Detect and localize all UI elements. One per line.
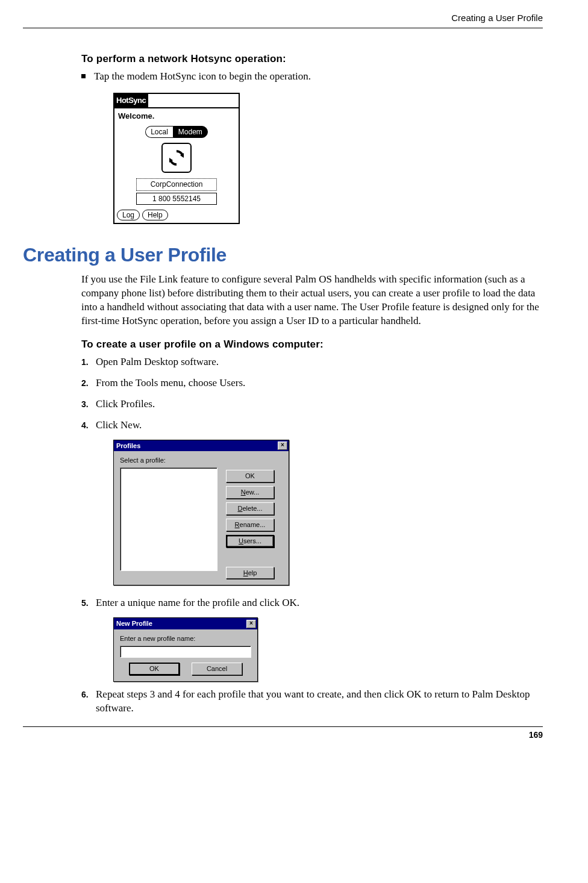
step-text: Click New. xyxy=(96,419,543,432)
profile-name-input[interactable] xyxy=(120,646,251,658)
dialog-title: Profiles xyxy=(116,442,140,451)
hotsync-screenshot: HotSync Welcome. Local Modem CorpConnect… xyxy=(113,93,240,224)
step-text: Repeat steps 3 and 4 for each profile th… xyxy=(96,688,543,716)
step-num: 2. xyxy=(81,378,96,390)
delete-button[interactable]: Delete... xyxy=(226,502,274,515)
profile-listbox[interactable] xyxy=(120,467,217,571)
step-text: Open Palm Desktop software. xyxy=(96,355,543,369)
users-button[interactable]: Users... xyxy=(226,535,274,548)
help-button[interactable]: Help xyxy=(142,210,168,220)
phone-field[interactable]: 1 800 5552145 xyxy=(136,193,217,205)
hotsync-app-title: HotSync xyxy=(114,94,148,107)
tab-local[interactable]: Local xyxy=(145,126,173,138)
new-profile-prompt: Enter a new profile name: xyxy=(114,629,257,646)
page-number: 169 xyxy=(23,726,543,741)
new-button[interactable]: New... xyxy=(226,486,274,499)
hotsync-icon[interactable] xyxy=(161,143,192,173)
dialog-title: New Profile xyxy=(116,619,152,628)
rename-button[interactable]: Rename... xyxy=(226,519,274,531)
help-button[interactable]: Help xyxy=(226,567,274,579)
step-text: From the Tools menu, choose Users. xyxy=(96,376,543,390)
step-text: Click Profiles. xyxy=(96,398,543,411)
step-num: 6. xyxy=(81,689,96,716)
running-header: Creating a User Profile xyxy=(23,12,543,28)
log-button[interactable]: Log xyxy=(117,210,140,220)
step-num: 1. xyxy=(81,357,96,369)
close-icon[interactable]: × xyxy=(278,442,287,450)
section-body: If you use the File Link feature to conf… xyxy=(81,273,543,328)
close-icon[interactable]: × xyxy=(246,620,256,628)
bullet-text: Tap the modem HotSync icon to begin the … xyxy=(94,70,311,84)
ok-button[interactable]: OK xyxy=(226,470,274,482)
connection-field[interactable]: CorpConnection xyxy=(136,178,217,190)
subhead-create-profile: To create a user profile on a Windows co… xyxy=(81,338,543,352)
hotsync-welcome-text: Welcome. xyxy=(114,108,239,126)
step-num: 4. xyxy=(81,420,96,432)
step-num: 5. xyxy=(81,598,96,610)
profiles-dialog: Profiles × Select a profile: OK New... D… xyxy=(113,440,289,586)
step-num: 3. xyxy=(81,399,96,411)
ok-button[interactable]: OK xyxy=(129,663,180,675)
square-bullet-icon xyxy=(81,74,86,78)
section-title: Creating a User Profile xyxy=(23,242,543,268)
cancel-button[interactable]: Cancel xyxy=(192,663,242,675)
select-profile-label: Select a profile: xyxy=(120,456,283,465)
subhead-hotsync-op: To perform a network Hotsync operation: xyxy=(81,52,543,66)
new-profile-dialog: New Profile × Enter a new profile name: … xyxy=(113,617,258,682)
tab-modem[interactable]: Modem xyxy=(173,126,208,138)
step-text: Enter a unique name for the profile and … xyxy=(96,596,543,610)
